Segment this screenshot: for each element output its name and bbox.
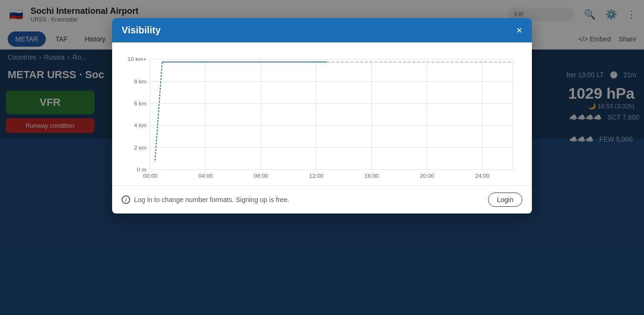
svg-text:16:00: 16:00 [364, 173, 379, 179]
svg-text:4 km: 4 km [134, 122, 146, 128]
svg-text:10 km+: 10 km+ [127, 56, 146, 62]
svg-text:08:00: 08:00 [254, 173, 268, 179]
svg-text:20:00: 20:00 [420, 173, 434, 179]
info-icon: i [122, 195, 130, 204]
modal-footer: i Log in to change number formats. Signi… [112, 185, 532, 213]
footer-info: i Log in to change number formats. Signi… [122, 195, 289, 204]
modal-close-button[interactable]: × [516, 25, 522, 36]
svg-text:00:00: 00:00 [143, 173, 157, 179]
chart-container: 10 km+ 8 km 6 km 4 km 2 km 0 m 00:00 04:… [112, 42, 532, 185]
modal-title: Visibility [122, 25, 161, 36]
visibility-chart: 10 km+ 8 km 6 km 4 km 2 km 0 m 00:00 04:… [122, 50, 522, 183]
svg-text:24:00: 24:00 [475, 173, 489, 179]
visibility-modal: Visibility × [112, 18, 532, 213]
svg-text:04:00: 04:00 [198, 173, 213, 179]
login-button[interactable]: Login [488, 193, 522, 207]
svg-text:6 km: 6 km [134, 100, 146, 106]
chart-area: 10 km+ 8 km 6 km 4 km 2 km 0 m 00:00 04:… [122, 50, 522, 183]
svg-text:12:00: 12:00 [309, 173, 323, 179]
svg-text:8 km: 8 km [134, 78, 146, 84]
modal-header: Visibility × [112, 18, 532, 42]
footer-text: Log in to change number formats. Signing… [134, 196, 289, 203]
svg-text:2 km: 2 km [134, 144, 146, 151]
svg-text:0 m: 0 m [137, 166, 146, 173]
